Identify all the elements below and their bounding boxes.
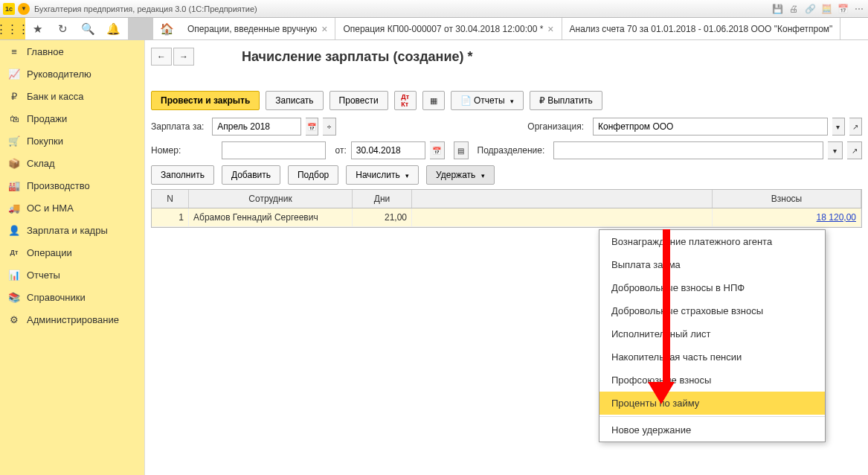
sidebar-item-admin[interactable]: ⚙Администрирование: [0, 308, 144, 331]
chevron-down-icon[interactable]: ▾: [828, 141, 843, 159]
pay-button[interactable]: ₽ Выплатить: [530, 91, 602, 110]
titlebar: 1c ▼ Бухгалтерия предприятия, редакция 3…: [0, 0, 868, 18]
form-icon[interactable]: ▤: [454, 141, 469, 159]
reports-button[interactable]: 📄 Отчеты ▾: [451, 91, 524, 110]
deduct-button[interactable]: Удержать ▾: [426, 165, 495, 185]
sidebar-item-assets[interactable]: 🚚ОС и НМА: [0, 197, 144, 219]
factory-icon: 🏭: [7, 180, 21, 191]
star-icon[interactable]: ★: [25, 18, 51, 39]
bell-icon[interactable]: 🔔: [101, 18, 126, 39]
tab-operations[interactable]: Операции, введенные вручную ×: [180, 18, 335, 39]
books-icon: 📚: [7, 292, 21, 303]
sidebar-item-label: Зарплата и кадры: [27, 225, 108, 236]
forward-button[interactable]: →: [173, 48, 194, 66]
print-icon[interactable]: 🖨: [788, 3, 800, 15]
sidebar: ≡Главное 📈Руководителю ₽Банк и касса 🛍Пр…: [0, 40, 145, 475]
open-icon[interactable]: ↗: [849, 118, 862, 136]
dropdown-item[interactable]: Накопительная часть пенсии: [599, 345, 825, 369]
number-label: Номер:: [151, 145, 217, 156]
dropdown-item-new[interactable]: Новое удержание: [599, 418, 825, 441]
dtkt-icon: Дт: [7, 249, 21, 256]
calendar-icon[interactable]: 📅: [430, 141, 445, 159]
calc-icon[interactable]: 🧮: [820, 3, 832, 15]
number-input[interactable]: [222, 141, 326, 159]
table-row[interactable]: 1 Абрамов Геннадий Сергеевич 21,00 18 12…: [152, 208, 861, 227]
accrue-button[interactable]: Начислить ▾: [346, 165, 419, 185]
more-icon[interactable]: ⋯: [853, 3, 865, 15]
save-icon[interactable]: 💾: [771, 3, 783, 15]
dropdown-item[interactable]: Профсоюзные взносы: [599, 369, 825, 392]
add-button[interactable]: Добавить: [222, 165, 280, 185]
structure-button[interactable]: ▦: [422, 91, 445, 110]
stepper-icon[interactable]: ÷: [323, 118, 335, 136]
cell-days: 21,00: [353, 208, 412, 226]
sidebar-item-salary[interactable]: 👤Зарплата и кадры: [0, 219, 144, 241]
dropdown-item[interactable]: Проценты по займу: [599, 392, 825, 415]
apps-icon[interactable]: ⋮⋮⋮: [0, 18, 25, 39]
ruble-icon: ₽: [7, 91, 21, 102]
app-menu-icon[interactable]: ▼: [18, 3, 30, 15]
cell-employee: Абрамов Геннадий Сергеевич: [189, 208, 353, 226]
contributions-link[interactable]: 18 120,00: [817, 212, 856, 223]
division-label: Подразделение:: [478, 145, 545, 156]
accrue-label: Начислить: [356, 170, 399, 180]
cart-icon: 🛒: [7, 136, 21, 147]
dropdown-item[interactable]: Исполнительный лист: [599, 322, 825, 345]
sidebar-item-manager[interactable]: 📈Руководителю: [0, 63, 144, 85]
sidebar-item-label: Продажи: [27, 113, 67, 124]
dtkt-button[interactable]: ДтКт: [394, 91, 417, 110]
back-button[interactable]: ←: [151, 48, 172, 66]
divider: [128, 18, 153, 39]
dropdown-item[interactable]: Вознаграждение платежного агента: [599, 230, 825, 253]
sidebar-item-production[interactable]: 🏭Производство: [0, 174, 144, 197]
home-icon[interactable]: 🏠: [155, 18, 180, 39]
sidebar-item-bank[interactable]: ₽Банк и касса: [0, 85, 144, 107]
main: ≡Главное 📈Руководителю ₽Банк и касса 🛍Пр…: [0, 40, 868, 475]
sidebar-item-purchases[interactable]: 🛒Покупки: [0, 130, 144, 152]
close-icon[interactable]: ×: [547, 23, 553, 35]
grid-toolbar: Заполнить Добавить Подбор Начислить ▾ Уд…: [151, 165, 862, 185]
post-button[interactable]: Провести: [329, 91, 388, 110]
sidebar-item-reports[interactable]: 📊Отчеты: [0, 264, 144, 286]
save-button[interactable]: Записать: [266, 91, 323, 110]
date-input[interactable]: [351, 141, 425, 159]
division-input[interactable]: [553, 141, 823, 159]
col-gap: [412, 190, 713, 208]
tab-operation-doc[interactable]: Операция КП00-000007 от 30.04.2018 12:00…: [335, 18, 562, 39]
sidebar-item-sales[interactable]: 🛍Продажи: [0, 107, 144, 130]
sidebar-item-label: Главное: [27, 46, 64, 57]
pay-label: Выплатить: [547, 95, 593, 106]
dropdown-item[interactable]: Добровольные взносы в НПФ: [599, 276, 825, 299]
tab-account-analysis[interactable]: Анализ счета 70 за 01.01.2018 - 01.06.20…: [562, 18, 841, 39]
chevron-down-icon[interactable]: ▾: [832, 118, 845, 136]
col-employee: Сотрудник: [189, 190, 353, 208]
tool-icons: ⋮⋮⋮ ★ ↻ 🔍 🔔 🏠: [0, 18, 180, 39]
reports-label: Отчеты: [474, 95, 504, 106]
open-icon[interactable]: ↗: [847, 141, 862, 159]
fill-button[interactable]: Заполнить: [151, 165, 214, 185]
history-icon[interactable]: ↻: [51, 18, 76, 39]
sidebar-item-main[interactable]: ≡Главное: [0, 40, 144, 63]
salary-period-input[interactable]: [212, 118, 301, 136]
dropdown-item[interactable]: Выплата займа: [599, 253, 825, 276]
search-icon[interactable]: 🔍: [76, 18, 101, 39]
org-input[interactable]: [593, 118, 828, 136]
sidebar-item-label: Склад: [27, 158, 55, 169]
sidebar-item-refs[interactable]: 📚Справочники: [0, 286, 144, 308]
sidebar-item-warehouse[interactable]: 📦Склад: [0, 152, 144, 174]
truck-icon: 🚚: [7, 203, 21, 214]
link-icon[interactable]: 🔗: [804, 3, 816, 15]
calendar-icon[interactable]: 📅: [306, 118, 318, 136]
deduct-dropdown: Вознаграждение платежного агентаВыплата …: [599, 229, 826, 442]
calendar-icon[interactable]: 📅: [837, 3, 849, 15]
pick-button[interactable]: Подбор: [288, 165, 338, 185]
dropdown-item[interactable]: Добровольные страховые взносы: [599, 299, 825, 322]
sidebar-item-label: Администрирование: [27, 314, 119, 325]
cell-contributions[interactable]: 18 120,00: [713, 208, 861, 226]
menu-icon: ≡: [7, 46, 21, 57]
from-label: от:: [335, 145, 346, 156]
sidebar-item-operations[interactable]: ДтОперации: [0, 241, 144, 264]
org-label: Организация:: [527, 121, 584, 132]
close-icon[interactable]: ×: [321, 23, 327, 35]
post-close-button[interactable]: Провести и закрыть: [151, 91, 260, 110]
